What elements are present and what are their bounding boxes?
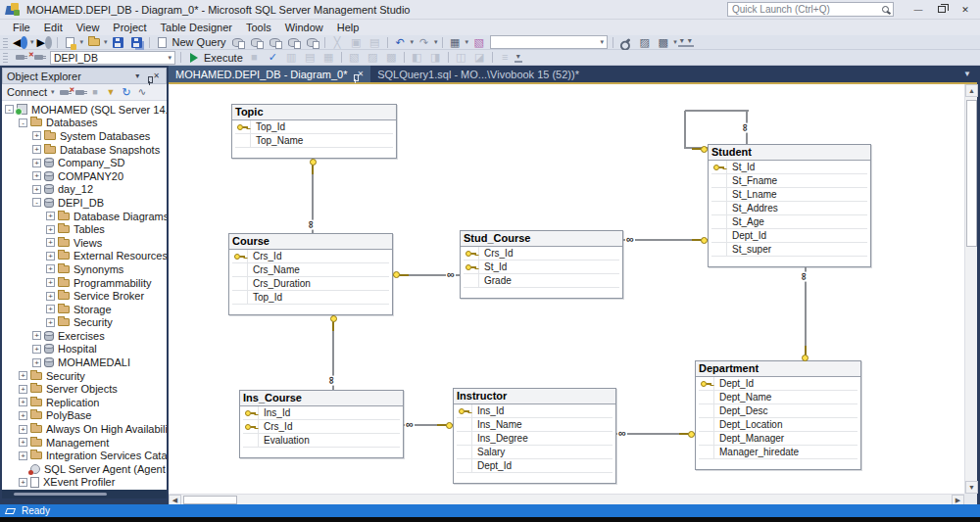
table-column-crs_duration[interactable]: Crs_Duration <box>232 277 389 291</box>
expand-icon[interactable]: + <box>32 331 41 340</box>
diagram-table-student[interactable]: StudentSt_IdSt_FnameSt_LnameSt_AddresSt_… <box>708 144 871 267</box>
table-column-st_fname[interactable]: St_Fname <box>711 174 867 188</box>
tree-item-tables[interactable]: +Tables <box>2 222 167 236</box>
tab-diagram[interactable]: MOHAMED.DEPI_DB - Diagram_0* ✕ <box>169 66 370 82</box>
table-column-ins_id[interactable]: Ins_Id <box>457 404 612 418</box>
table-column-top_name[interactable]: Top_Name <box>235 134 393 148</box>
diagram-table-course[interactable]: CourseCrs_IdCrs_NameCrs_DurationTop_Id <box>228 233 393 315</box>
query-options-button[interactable]: ▤ <box>301 51 319 65</box>
table-column-top_id[interactable]: Top_Id <box>232 291 389 305</box>
table-column-dept_id[interactable]: Dept_Id <box>699 377 858 391</box>
tree-item-management[interactable]: +Management <box>2 436 167 450</box>
table-column-crs_id[interactable]: Crs_Id <box>464 247 619 261</box>
dmx-query-button[interactable] <box>266 35 284 49</box>
toolbar-overflow[interactable]: ▾ <box>686 37 694 47</box>
panel-menu-icon[interactable]: ▾ <box>133 71 141 80</box>
table-column-st_id[interactable]: St_Id <box>464 261 619 274</box>
tree-item-depi-db[interactable]: -DEPI_DB <box>2 196 167 210</box>
table-column-ins_degree[interactable]: Ins_Degree <box>457 432 612 446</box>
table-column-salary[interactable]: Salary <box>457 446 612 459</box>
diagram-table-topic[interactable]: TopicTop_IdTop_Name <box>231 104 397 159</box>
diagram-hscrollbar[interactable]: ◀ ▶ <box>169 494 964 504</box>
relationship-line-rel-student-self[interactable] <box>685 110 749 112</box>
expand-icon[interactable]: + <box>46 318 55 327</box>
change-connection-button[interactable] <box>11 51 29 65</box>
results-to-grid-button[interactable]: ◨ <box>426 51 445 65</box>
expand-icon[interactable]: + <box>19 398 27 406</box>
tree-item-databases[interactable]: -Databases <box>2 117 167 130</box>
tab-list-dropdown-icon[interactable]: ▼ <box>957 66 977 82</box>
menu-view[interactable]: View <box>70 21 107 34</box>
cancel-query-button[interactable]: ■ <box>245 51 264 65</box>
table-column-crs_id[interactable]: Crs_Id <box>243 420 400 434</box>
scroll-up-arrow[interactable]: ▲ <box>965 84 978 97</box>
tree-item-mohamed-sql-server-14-0-2095-1[interactable]: -MOHAMED (SQL Server 14.0.2095.1 - MO <box>2 103 167 117</box>
toolbar-combo[interactable]: ▾ <box>490 35 608 49</box>
expand-icon[interactable]: + <box>32 185 41 194</box>
tree-item-system-databases[interactable]: +System Databases <box>2 129 167 143</box>
connect-dropdown-caret[interactable]: ▾ <box>50 88 56 96</box>
available-databases-combo[interactable]: DEPI_DB▾ <box>50 51 175 65</box>
collapse-icon[interactable]: - <box>5 105 14 114</box>
live-query-stats-button[interactable]: ▨ <box>364 51 382 65</box>
toolbar-grip[interactable] <box>3 37 8 48</box>
tree-item-storage[interactable]: +Storage <box>2 303 167 316</box>
new-file-button[interactable] <box>61 35 79 49</box>
table-column-top_id[interactable]: Top_Id <box>235 120 393 134</box>
diagram-table-department[interactable]: DepartmentDept_IdDept_NameDept_DescDept_… <box>695 360 861 470</box>
tree-item-hospital[interactable]: +Hospital <box>2 343 167 356</box>
filter-icon[interactable]: ▼ <box>104 85 119 99</box>
expand-icon[interactable]: + <box>46 252 55 261</box>
redo-button[interactable]: ↷ <box>415 35 433 49</box>
table-column-st_age[interactable]: St_Age <box>711 215 867 229</box>
disconnect-icon[interactable] <box>73 85 87 99</box>
expand-icon[interactable]: + <box>32 345 41 354</box>
menu-tools[interactable]: Tools <box>239 21 278 34</box>
table-column-st_super[interactable]: St_super <box>711 243 867 257</box>
expand-icon[interactable]: + <box>32 131 41 140</box>
navigate-button[interactable]: ▦ <box>446 35 465 49</box>
quick-launch-input[interactable]: Quick Launch (Ctrl+Q) <box>727 2 894 17</box>
table-column-crs_id[interactable]: Crs_Id <box>232 250 389 263</box>
table-column-dept_id[interactable]: Dept_Id <box>711 229 867 243</box>
diagram-table-stud_course[interactable]: Stud_CourseCrs_IdSt_IdGrade <box>460 230 623 299</box>
expand-icon[interactable]: + <box>46 238 55 247</box>
toolbar-overflow[interactable]: ▾ <box>678 37 686 47</box>
tree-item-service-broker[interactable]: +Service Broker <box>2 289 167 303</box>
tree-item-replication[interactable]: +Replication <box>2 396 167 409</box>
registered-servers-button[interactable] <box>616 35 635 49</box>
expand-icon[interactable]: + <box>46 225 55 234</box>
comment-button[interactable]: ◫ <box>452 51 470 65</box>
scrollbar-thumb[interactable] <box>14 493 107 496</box>
table-column-st_id[interactable]: St_Id <box>711 161 867 174</box>
forward-button[interactable]: ▶ <box>35 35 54 49</box>
table-column-evaluation[interactable]: Evaluation <box>243 434 400 448</box>
table-column-dept_name[interactable]: Dept_Name <box>699 391 858 404</box>
expand-icon[interactable]: + <box>19 371 27 380</box>
menu-file[interactable]: File <box>6 21 37 34</box>
tree-item-always-on-high-availability[interactable]: +Always On High Availability <box>2 422 167 436</box>
object-explorer-hscrollbar[interactable] <box>2 490 167 498</box>
save-button[interactable] <box>109 35 127 49</box>
intellisense-button[interactable]: ▦ <box>319 51 338 65</box>
table-column-grade[interactable]: Grade <box>464 274 619 288</box>
tree-item-mohamedali[interactable]: +MOHAMEDALI <box>2 356 167 369</box>
refresh-icon[interactable]: ↻ <box>120 85 134 99</box>
expand-icon[interactable]: + <box>32 358 41 367</box>
table-column-ins_name[interactable]: Ins_Name <box>457 418 612 432</box>
execute-button[interactable]: Execute <box>184 51 245 65</box>
tree-item-day-12[interactable]: +day_12 <box>2 183 167 197</box>
menu-edit[interactable]: Edit <box>37 21 70 34</box>
command-window-button[interactable]: ▩ <box>654 35 672 49</box>
expand-icon[interactable]: + <box>19 438 27 447</box>
new-query-button[interactable]: New Query <box>153 35 228 49</box>
client-statistics-button[interactable]: ▩ <box>382 51 401 65</box>
tree-item-company-sd[interactable]: +Company_SD <box>2 156 167 169</box>
tree-item-xevent-profiler[interactable]: +XEvent Profiler <box>2 476 167 490</box>
table-column-crs_name[interactable]: Crs_Name <box>232 263 389 277</box>
undo-button[interactable]: ↶ <box>391 35 410 49</box>
table-column-dept_desc[interactable]: Dept_Desc <box>699 404 858 418</box>
table-title[interactable]: Course <box>229 234 392 250</box>
tab-sqlquery[interactable]: SQLQuery1.sql - MO...\Vivobook 15 (52))* <box>370 66 586 82</box>
table-column-dept_manager[interactable]: Dept_Manager <box>699 432 858 446</box>
